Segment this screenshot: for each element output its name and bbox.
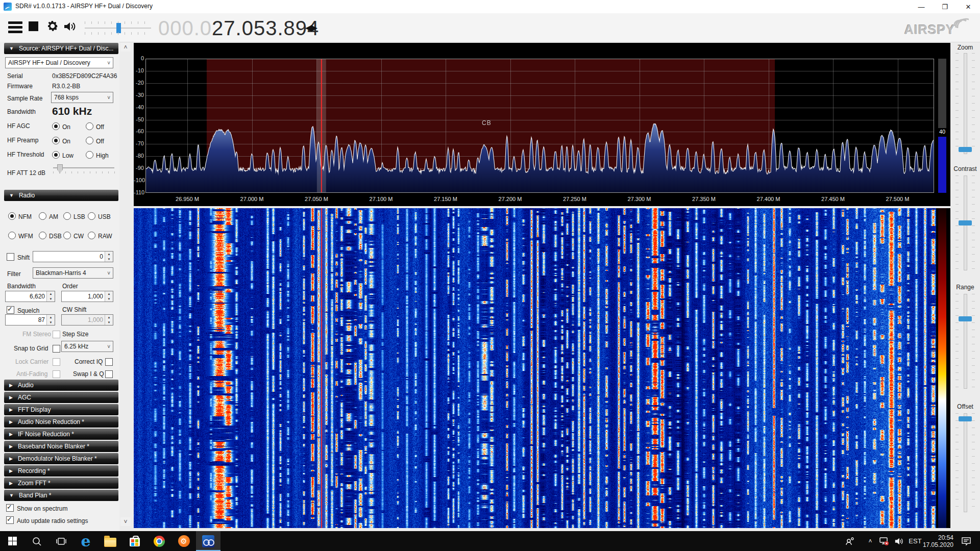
restore-button[interactable]: ❐	[933, 0, 957, 13]
panel-header-band-plan[interactable]: ▼Band Plan *	[4, 490, 118, 501]
gear-icon[interactable]	[46, 19, 59, 33]
minimize-button[interactable]: —	[910, 0, 933, 13]
mode-radio-cw[interactable]: CW	[63, 232, 84, 240]
mode-radio-dsb[interactable]: DSB	[39, 232, 62, 240]
panel-header-fft-display[interactable]: ▶FFT Display	[4, 404, 118, 415]
squelch-checkbox[interactable]: Squelch	[7, 306, 39, 314]
close-button[interactable]: ✕	[957, 0, 980, 13]
spectrum-display[interactable]: 0-10-20-30-40-50-60-70-80-90-100-110 26.…	[134, 43, 950, 206]
scroll-up-arrow[interactable]: ˄	[120, 43, 131, 52]
mode-radio-lsb[interactable]: LSB	[63, 212, 85, 220]
checkbox-icon[interactable]	[105, 358, 113, 366]
panel-header-agc[interactable]: ▶AGC	[4, 392, 118, 403]
waterfall-display[interactable]	[134, 208, 950, 528]
shift-checkbox[interactable]: Shift	[7, 253, 30, 261]
action-center-icon[interactable]	[958, 531, 975, 551]
taskbar-search-icon[interactable]	[24, 531, 49, 551]
offset-slider-track[interactable]	[964, 413, 967, 512]
volume-slider[interactable]	[85, 21, 151, 35]
taskbar-task-view-icon[interactable]	[49, 531, 74, 551]
radio-icon[interactable]	[39, 212, 46, 220]
panel-header-audio[interactable]: ▶Audio	[4, 380, 118, 391]
taskbar-store-icon[interactable]	[122, 531, 147, 551]
radio-icon[interactable]	[39, 232, 46, 239]
checkbox-icon[interactable]	[53, 345, 60, 353]
device-select[interactable]: AIRSPY HF+ Dual / Discovery ˅	[5, 57, 113, 68]
range-slider-track[interactable]	[964, 294, 967, 389]
taskbar-start-button[interactable]	[0, 531, 24, 551]
checkbox-icon[interactable]	[7, 306, 14, 314]
correct-iq-checkbox[interactable]	[105, 358, 116, 366]
spinner-icon[interactable]: ▲▼	[105, 291, 113, 302]
spinner-icon[interactable]: ▲▼	[105, 252, 113, 262]
shift-input[interactable]: 0 ▲▼	[33, 251, 113, 262]
radio-icon[interactable]	[8, 212, 16, 220]
checkbox-icon[interactable]	[105, 370, 113, 378]
filter-bandwidth-input[interactable]: 6,620 ▲▼	[5, 291, 55, 302]
tray-volume-icon[interactable]	[892, 531, 906, 551]
mode-radio-raw[interactable]: RAW	[88, 232, 112, 240]
contrast-slider-thumb[interactable]	[959, 220, 972, 226]
swap-iq-checkbox[interactable]	[105, 370, 116, 379]
radio-icon[interactable]	[86, 137, 93, 144]
radio-panel-header[interactable]: ▼ Radio	[4, 190, 118, 201]
menu-icon[interactable]	[8, 20, 22, 34]
sample-rate-select[interactable]: 768 ksps ˅	[51, 92, 113, 103]
panel-header-demodulator-noise-blanker[interactable]: ▶Demodulator Noise Blanker *	[4, 453, 118, 464]
people-icon[interactable]	[841, 531, 859, 551]
spinner-icon[interactable]: ▲▼	[46, 315, 55, 325]
hf-threshold-low-radio[interactable]: Low	[52, 151, 74, 159]
panel-header-baseband-noise-blanker[interactable]: ▶Baseband Noise Blanker *	[4, 441, 118, 452]
range-slider-thumb[interactable]	[959, 316, 972, 321]
hf-preamp-on-radio[interactable]: On	[52, 137, 70, 145]
radio-icon[interactable]	[86, 151, 93, 159]
hf-preamp-off-radio[interactable]: Off	[86, 137, 104, 145]
zoom-slider-track[interactable]	[964, 53, 967, 154]
taskbar-sdr-console-icon[interactable]: ⚙	[172, 531, 196, 551]
frequency-steppers[interactable]: ◀▶	[305, 22, 316, 33]
radio-icon[interactable]	[88, 232, 95, 239]
panel-header-if-noise-reduction[interactable]: ▶IF Noise Reduction *	[4, 429, 118, 440]
step-left-icon[interactable]: ◀	[305, 23, 311, 33]
spinner-icon[interactable]: ▲▼	[46, 291, 55, 302]
speaker-icon[interactable]	[63, 20, 78, 33]
radio-icon[interactable]	[52, 122, 60, 130]
spectrum-canvas[interactable]	[145, 59, 934, 193]
tray-expand-icon[interactable]: ˄	[864, 531, 877, 551]
mode-radio-nfm[interactable]: NFM	[8, 212, 32, 220]
squelch-input[interactable]: 87 ▲▼	[5, 314, 55, 325]
radio-icon[interactable]	[8, 232, 16, 239]
taskbar-sdrsharp-icon[interactable]	[196, 531, 220, 551]
hf-agc-on-radio[interactable]: On	[52, 122, 70, 131]
mode-radio-wfm[interactable]: WFM	[8, 232, 33, 240]
hf-agc-off-radio[interactable]: Off	[86, 122, 104, 131]
step-size-select[interactable]: 6.25 kHz ˅	[61, 341, 113, 352]
level-meter-upper[interactable]	[938, 59, 946, 128]
mode-radio-am[interactable]: AM	[39, 212, 58, 220]
checkbox-icon[interactable]	[6, 504, 14, 512]
level-meter-lower[interactable]	[938, 137, 946, 193]
scroll-down-arrow[interactable]: ˅	[120, 517, 131, 526]
panel-header-zoom-fft[interactable]: ▶Zoom FFT *	[4, 478, 118, 489]
language-indicator[interactable]: EST	[908, 531, 923, 551]
panel-header-audio-noise-reduction[interactable]: ▶Audio Noise Reduction *	[4, 416, 118, 428]
step-right-icon[interactable]: ▶	[311, 23, 316, 33]
order-input[interactable]: 1,000 ▲▼	[61, 291, 113, 302]
offset-slider-thumb[interactable]	[959, 416, 972, 421]
checkbox-icon[interactable]	[7, 253, 14, 261]
radio-icon[interactable]	[52, 137, 60, 144]
mode-radio-usb[interactable]: USB	[88, 212, 111, 220]
radio-icon[interactable]	[88, 212, 95, 220]
clock[interactable]: 20:54 17.05.2020	[922, 531, 953, 551]
stop-button[interactable]	[29, 21, 38, 31]
panel-header-recording[interactable]: ▶Recording *	[4, 465, 118, 477]
taskbar-edge-icon[interactable]: e	[74, 531, 98, 551]
radio-icon[interactable]	[86, 122, 93, 130]
frequency-display[interactable]: 000.027.053.894	[158, 17, 319, 40]
filter-select[interactable]: Blackman-Harris 4 ˅	[33, 267, 113, 279]
radio-icon[interactable]	[63, 212, 71, 220]
volume-thumb[interactable]	[116, 23, 121, 33]
network-icon[interactable]	[877, 531, 891, 551]
taskbar-chrome-icon[interactable]	[147, 531, 172, 551]
radio-icon[interactable]	[63, 232, 71, 239]
